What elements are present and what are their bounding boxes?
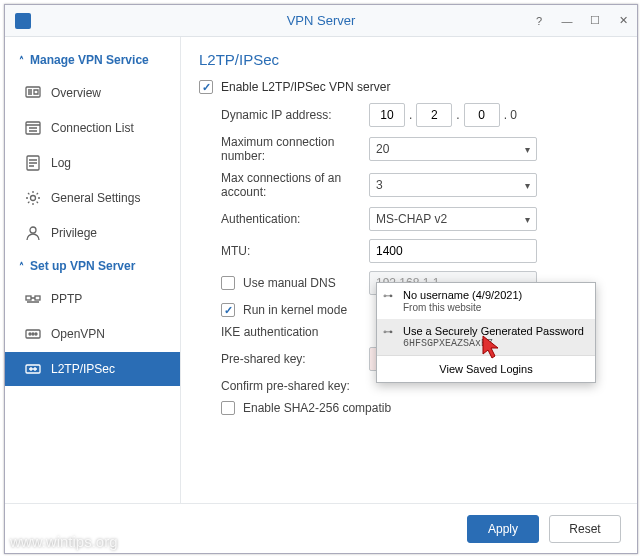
- max-conn-label: Maximum connection number:: [199, 135, 369, 163]
- user-icon: [25, 225, 41, 241]
- kernel-mode-label: Run in kernel mode: [243, 303, 347, 317]
- nav-label: Connection List: [51, 121, 134, 135]
- password-suggestion-popup: ⊶ No username (4/9/2021) From this websi…: [376, 282, 596, 383]
- nav-openvpn[interactable]: OpenVPN: [5, 317, 180, 351]
- chevron-up-icon: ˄: [19, 55, 24, 66]
- l2tp-icon: [25, 361, 41, 377]
- ip-octet-1[interactable]: [369, 103, 405, 127]
- manual-dns-checkbox[interactable]: [221, 276, 235, 290]
- enable-checkbox[interactable]: [199, 80, 213, 94]
- svg-point-9: [32, 333, 34, 335]
- enable-label: Enable L2TP/IPSec VPN server: [221, 80, 390, 94]
- nav-label: Privilege: [51, 226, 97, 240]
- mtu-input[interactable]: [369, 239, 537, 263]
- maximize-button[interactable]: ☐: [581, 5, 609, 37]
- sha-label: Enable SHA2-256 compatib: [243, 401, 391, 415]
- nav-l2tp-ipsec[interactable]: L2TP/IPSec: [5, 352, 180, 386]
- section-setup-vpn[interactable]: ˄ Set up VPN Server: [5, 251, 180, 281]
- max-conn-select[interactable]: 20: [369, 137, 537, 161]
- nav-privilege[interactable]: Privilege: [5, 216, 180, 250]
- page-title: L2TP/IPSec: [199, 51, 619, 68]
- apply-button[interactable]: Apply: [467, 515, 539, 543]
- popup-item-no-username[interactable]: ⊶ No username (4/9/2021) From this websi…: [377, 283, 595, 319]
- footer: Apply Reset: [5, 503, 637, 553]
- mtu-label: MTU:: [199, 244, 369, 258]
- svg-rect-6: [35, 296, 40, 300]
- key-icon: ⊶: [383, 326, 393, 337]
- manual-dns-label: Use manual DNS: [243, 276, 336, 290]
- kernel-mode-checkbox[interactable]: [221, 303, 235, 317]
- svg-rect-5: [26, 296, 31, 300]
- close-button[interactable]: ✕: [609, 5, 637, 37]
- ip-octet-2[interactable]: [416, 103, 452, 127]
- sha-checkbox[interactable]: [221, 401, 235, 415]
- reset-button[interactable]: Reset: [549, 515, 621, 543]
- nav-label: Log: [51, 156, 71, 170]
- nav-label: OpenVPN: [51, 327, 105, 341]
- gear-icon: [25, 190, 41, 206]
- vpn-server-window: VPN Server ? — ☐ ✕ ˄ Manage VPN Service …: [4, 4, 638, 554]
- svg-point-10: [35, 333, 37, 335]
- help-button[interactable]: ?: [525, 5, 553, 37]
- nav-label: General Settings: [51, 191, 140, 205]
- nav-overview[interactable]: Overview: [5, 76, 180, 110]
- max-acct-select[interactable]: 3: [369, 173, 537, 197]
- nav-label: L2TP/IPSec: [51, 362, 115, 376]
- nav-general-settings[interactable]: General Settings: [5, 181, 180, 215]
- key-icon: ⊶: [383, 290, 393, 301]
- sidebar: ˄ Manage VPN Service Overview Connection…: [5, 37, 181, 503]
- openvpn-icon: [25, 326, 41, 342]
- nav-pptp[interactable]: PPTP: [5, 282, 180, 316]
- chevron-up-icon: ˄: [19, 261, 24, 272]
- dynamic-ip-label: Dynamic IP address:: [199, 108, 369, 122]
- content-pane: L2TP/IPSec Enable L2TP/IPSec VPN server …: [181, 37, 637, 503]
- section-manage-vpn[interactable]: ˄ Manage VPN Service: [5, 45, 180, 75]
- svg-rect-7: [26, 330, 40, 338]
- app-icon: [15, 13, 31, 29]
- svg-point-8: [29, 333, 31, 335]
- overview-icon: [25, 85, 41, 101]
- psk-confirm-label: Confirm pre-shared key:: [199, 379, 369, 393]
- nav-label: PPTP: [51, 292, 82, 306]
- nav-log[interactable]: Log: [5, 146, 180, 180]
- auth-label: Authentication:: [199, 212, 369, 226]
- psk-label: Pre-shared key:: [199, 352, 369, 366]
- titlebar[interactable]: VPN Server ? — ☐ ✕: [5, 5, 637, 37]
- nav-connection-list[interactable]: Connection List: [5, 111, 180, 145]
- log-icon: [25, 155, 41, 171]
- pptp-icon: [25, 291, 41, 307]
- svg-point-4: [30, 227, 36, 233]
- ip-octet-3[interactable]: [464, 103, 500, 127]
- list-icon: [25, 120, 41, 136]
- minimize-button[interactable]: —: [553, 5, 581, 37]
- auth-select[interactable]: MS-CHAP v2: [369, 207, 537, 231]
- max-acct-label: Max connections of an account:: [199, 171, 369, 199]
- svg-point-3: [31, 196, 36, 201]
- nav-label: Overview: [51, 86, 101, 100]
